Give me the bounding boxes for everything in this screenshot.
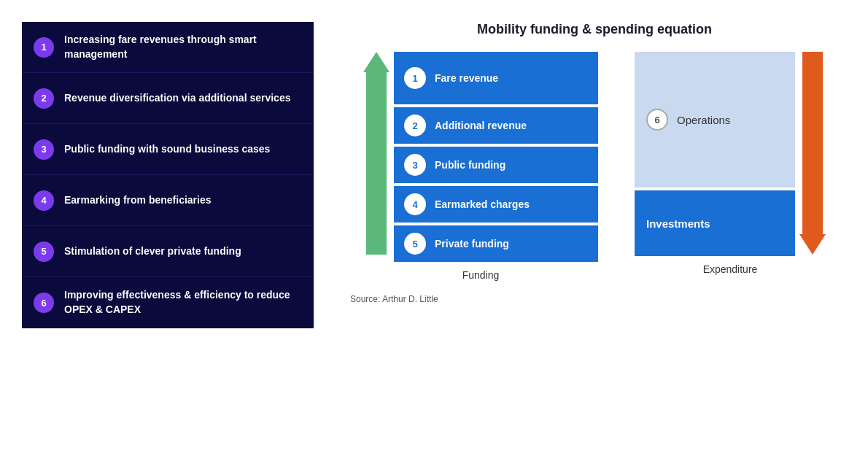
chart-title: Mobility funding & spending equation	[477, 22, 712, 37]
bullet-2: 2	[34, 88, 54, 109]
list-item: 1 Increasing fare revenues through smart…	[22, 22, 314, 73]
funding-content: 1 Fare revenue 2 Additional revenue 3 Pu…	[363, 52, 598, 262]
expenditure-label: Expenditure	[703, 263, 758, 275]
orange-arrow-shaft	[802, 52, 823, 234]
bullet-6: 6	[34, 293, 54, 313]
item-text-4: Earmarking from beneficiaries	[64, 193, 212, 208]
fund-bar-public: 3 Public funding	[394, 147, 598, 183]
fund-bar-num-2: 2	[404, 115, 426, 136]
fund-bar-label-3: Public funding	[435, 159, 505, 171]
green-arrow	[363, 52, 390, 255]
fund-bar-num-3: 3	[404, 154, 426, 176]
list-item: 6 Improving effectiveness & efficiency t…	[22, 277, 314, 328]
item-text-5: Stimulation of clever private funding	[64, 244, 241, 259]
fund-bar-earmarked: 4 Earmarked charges	[394, 186, 598, 223]
left-panel: 1 Increasing fare revenues through smart…	[22, 22, 314, 328]
item-text-1: Increasing fare revenues through smart m…	[64, 33, 302, 61]
expenditure-content: 6 Operations Investments	[635, 52, 826, 256]
item-text-3: Public funding with sound business cases	[64, 142, 270, 157]
exp-bar-label-inv: Investments	[646, 217, 710, 230]
bullet-4: 4	[34, 190, 54, 211]
fund-bar-label-5: Private funding	[435, 238, 509, 250]
expenditure-section: 6 Operations Investments Expenditure	[635, 52, 826, 275]
item-text-2: Revenue diversification via additional s…	[64, 91, 290, 106]
exp-bar-investments: Investments	[635, 190, 795, 256]
right-panel: Mobility funding & spending equation 1 F…	[343, 22, 846, 304]
funding-section: 1 Fare revenue 2 Additional revenue 3 Pu…	[363, 52, 598, 281]
chart-area: 1 Fare revenue 2 Additional revenue 3 Pu…	[363, 52, 826, 281]
bullet-1: 1	[34, 37, 54, 58]
fund-bar-num-1: 1	[404, 67, 426, 89]
expenditure-bars: 6 Operations Investments	[635, 52, 795, 256]
fund-bar-fare: 1 Fare revenue	[394, 52, 598, 104]
list-item: 2 Revenue diversification via additional…	[22, 73, 314, 124]
list-item: 3 Public funding with sound business cas…	[22, 124, 314, 175]
fund-bar-label-1: Fare revenue	[435, 72, 498, 84]
orange-arrow	[799, 52, 826, 255]
exp-bar-label-ops: Operations	[677, 114, 730, 126]
orange-arrow-head	[799, 234, 826, 255]
fund-bar-private: 5 Private funding	[394, 225, 598, 262]
green-arrow-shaft	[366, 72, 387, 255]
bullet-3: 3	[34, 139, 54, 160]
fund-bar-label-4: Earmarked charges	[435, 198, 530, 210]
green-arrow-head	[363, 52, 390, 72]
funding-bars: 1 Fare revenue 2 Additional revenue 3 Pu…	[394, 52, 598, 262]
fund-bar-num-4: 4	[404, 193, 426, 215]
exp-bar-num-6: 6	[646, 109, 668, 131]
item-text-6: Improving effectiveness & efficiency to …	[64, 288, 302, 317]
bullet-5: 5	[34, 241, 54, 262]
funding-label: Funding	[462, 269, 500, 281]
fund-bar-additional: 2 Additional revenue	[394, 107, 598, 144]
fund-bar-label-2: Additional revenue	[435, 120, 527, 131]
exp-bar-operations: 6 Operations	[635, 52, 795, 187]
fund-bar-num-5: 5	[404, 233, 426, 255]
list-item: 4 Earmarking from beneficiaries	[22, 175, 314, 226]
source-text: Source: Arthur D. Little	[343, 294, 438, 304]
list-item: 5 Stimulation of clever private funding	[22, 226, 314, 277]
